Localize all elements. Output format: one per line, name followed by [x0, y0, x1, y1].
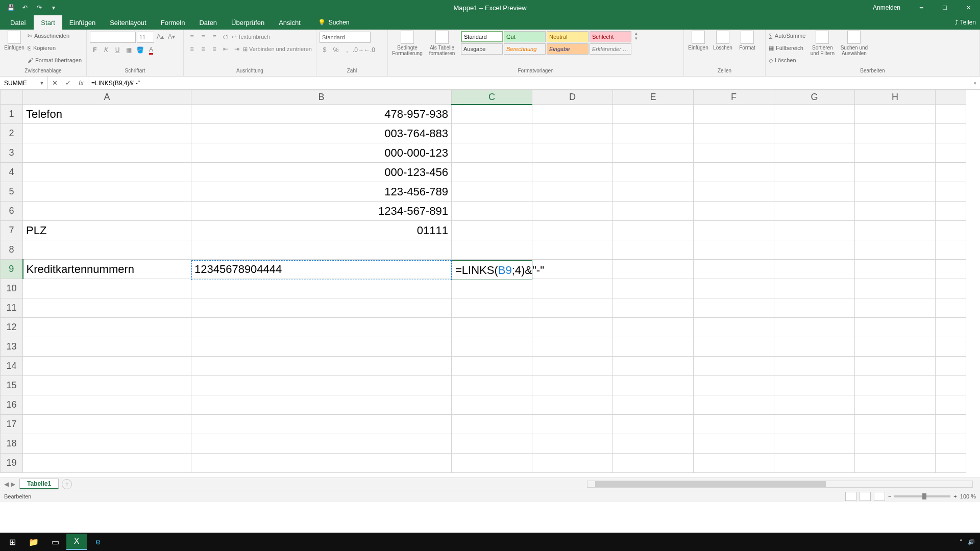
chevron-down-icon[interactable]: ▼: [38, 81, 45, 86]
undo-icon[interactable]: ↶: [19, 2, 31, 13]
zoom-in-button[interactable]: +: [953, 493, 957, 499]
orientation-icon[interactable]: ⭯: [220, 32, 231, 42]
zoom-slider[interactable]: [894, 495, 950, 497]
wrap-text-button[interactable]: ↩Textumbruch: [232, 32, 270, 42]
row-header[interactable]: 5: [1, 182, 23, 202]
fill-color-button[interactable]: 🪣: [135, 45, 145, 55]
cell[interactable]: 000-123-456: [191, 163, 452, 182]
cell-style-output[interactable]: Ausgabe: [461, 43, 503, 55]
minimize-button[interactable]: ━: [910, 0, 933, 15]
tab-review[interactable]: Überprüfen: [224, 15, 272, 30]
insert-function-button[interactable]: fx: [75, 79, 88, 87]
page-layout-view-button[interactable]: [860, 492, 871, 501]
row-header[interactable]: 7: [1, 221, 23, 240]
decrease-font-icon[interactable]: A▾: [166, 32, 177, 42]
taskbar-edge[interactable]: e: [88, 534, 108, 550]
save-icon[interactable]: 💾: [5, 2, 16, 13]
cell-style-bad[interactable]: Schlecht: [590, 31, 631, 42]
align-left-icon[interactable]: ≡: [187, 44, 197, 54]
cell[interactable]: Telefon: [23, 105, 191, 124]
font-size-combo[interactable]: 11: [137, 32, 154, 43]
zoom-level[interactable]: 100 %: [960, 493, 976, 499]
tab-data[interactable]: Daten: [192, 15, 224, 30]
tab-home[interactable]: Start: [34, 15, 62, 30]
cell-style-good[interactable]: Gut: [504, 31, 546, 42]
align-top-icon[interactable]: ≡: [187, 32, 197, 42]
spreadsheet-grid[interactable]: A B C D E F G H 1Telefon478-957-938 2003…: [0, 90, 980, 478]
accounting-format-icon[interactable]: $: [320, 45, 330, 55]
page-break-view-button[interactable]: [874, 492, 885, 501]
row-header[interactable]: 6: [1, 202, 23, 221]
increase-indent-icon[interactable]: ⇥: [232, 44, 242, 54]
row-header[interactable]: 18: [1, 434, 23, 454]
redo-icon[interactable]: ↷: [34, 2, 45, 13]
col-header-f[interactable]: F: [694, 90, 774, 105]
formula-bar-expand-icon[interactable]: ▾: [970, 77, 980, 89]
sheet-tab[interactable]: Tabelle1: [19, 479, 59, 489]
name-box[interactable]: SUMME▼: [0, 77, 48, 89]
row-header[interactable]: 17: [1, 415, 23, 434]
cell[interactable]: 01111: [191, 221, 452, 240]
row-header[interactable]: 9: [1, 260, 23, 279]
row-header[interactable]: 11: [1, 298, 23, 318]
cell-style-calc[interactable]: Berechnung: [504, 43, 546, 55]
row-header[interactable]: 12: [1, 318, 23, 337]
insert-cells-button[interactable]: Einfügen: [687, 31, 709, 51]
qat-customize-icon[interactable]: ▾: [48, 2, 59, 13]
start-button[interactable]: ⊞: [2, 534, 22, 550]
merge-center-button[interactable]: ⊞Verbinden und zentrieren: [243, 44, 312, 54]
cell[interactable]: 123-456-789: [191, 182, 452, 202]
sheet-nav-prev-icon[interactable]: ◀: [4, 481, 9, 488]
col-header-c[interactable]: C: [452, 90, 532, 105]
taskbar-excel[interactable]: X: [66, 534, 87, 550]
fill-button[interactable]: ▦ Füllbereich: [769, 43, 805, 53]
col-header-e[interactable]: E: [613, 90, 694, 105]
font-name-combo[interactable]: [90, 32, 136, 43]
cell-style-input[interactable]: Eingabe: [547, 43, 589, 55]
cell-style-standard[interactable]: Standard: [461, 31, 503, 42]
comma-format-icon[interactable]: ,: [342, 45, 352, 55]
align-middle-icon[interactable]: ≡: [198, 32, 208, 42]
cell[interactable]: 478-957-938: [191, 105, 452, 124]
cell[interactable]: 12345678904444: [191, 260, 452, 279]
format-as-table-button[interactable]: Als Tabelle formatieren: [426, 31, 458, 56]
cell[interactable]: [452, 105, 532, 124]
horizontal-scrollbar[interactable]: [587, 481, 973, 488]
taskbar-file-explorer[interactable]: 📁: [23, 534, 44, 550]
sheet-nav-next-icon[interactable]: ▶: [11, 481, 15, 488]
percent-format-icon[interactable]: %: [331, 45, 341, 55]
font-color-button[interactable]: A: [146, 45, 156, 55]
row-header[interactable]: 4: [1, 163, 23, 182]
scrollbar-thumb[interactable]: [595, 481, 826, 487]
active-cell-editor[interactable]: =LINKS(B9;4)&"-": [452, 260, 532, 280]
sort-filter-button[interactable]: Sortieren und Filtern: [807, 31, 837, 56]
tab-insert[interactable]: Einfügen: [62, 15, 103, 30]
increase-decimal-icon[interactable]: .0→: [353, 45, 363, 55]
select-all-corner[interactable]: [1, 90, 23, 105]
decrease-decimal-icon[interactable]: ←.0: [364, 45, 375, 55]
align-center-icon[interactable]: ≡: [198, 44, 208, 54]
tab-formulas[interactable]: Formeln: [154, 15, 192, 30]
increase-font-icon[interactable]: A▴: [155, 32, 165, 42]
styles-more-icon[interactable]: ▴▾: [634, 31, 639, 41]
number-format-combo[interactable]: Standard: [320, 32, 371, 43]
col-header-a[interactable]: A: [23, 90, 191, 105]
cancel-formula-button[interactable]: ✕: [48, 79, 61, 87]
row-header[interactable]: 10: [1, 279, 23, 298]
cell-style-neutral[interactable]: Neutral: [547, 31, 589, 42]
col-header-d[interactable]: D: [532, 90, 613, 105]
autosum-button[interactable]: ∑ AutoSumme: [769, 31, 805, 41]
tab-page-layout[interactable]: Seitenlayout: [103, 15, 154, 30]
add-sheet-button[interactable]: +: [62, 479, 72, 489]
row-header[interactable]: 2: [1, 124, 23, 143]
col-header-h[interactable]: H: [855, 90, 936, 105]
format-cells-button[interactable]: Format: [736, 31, 758, 51]
row-header[interactable]: 19: [1, 454, 23, 473]
copy-button[interactable]: ⎘ Kopieren: [28, 43, 82, 53]
col-header-g[interactable]: G: [774, 90, 855, 105]
formula-input[interactable]: =LINKS(B9;4)&"-": [88, 77, 970, 89]
cell[interactable]: Kreditkartennummern: [23, 260, 191, 279]
cell[interactable]: PLZ: [23, 221, 191, 240]
tab-file[interactable]: Datei: [2, 15, 34, 30]
tab-view[interactable]: Ansicht: [272, 15, 308, 30]
